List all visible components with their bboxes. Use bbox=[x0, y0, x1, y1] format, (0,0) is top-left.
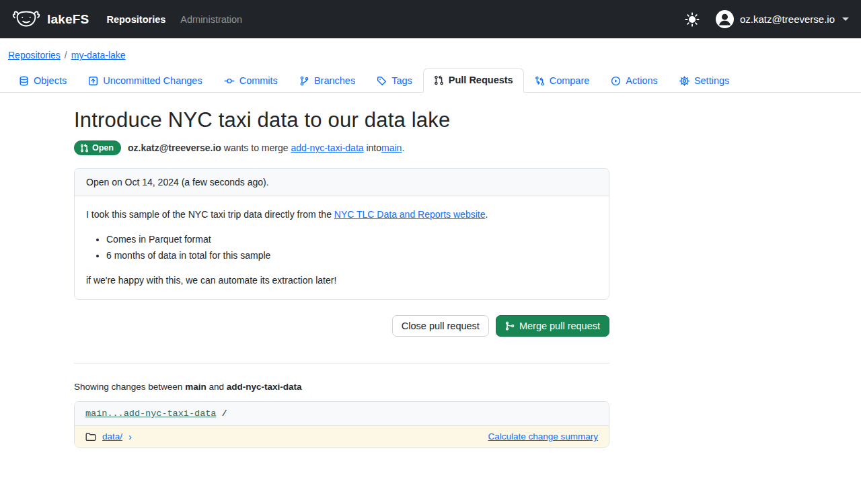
folder-icon bbox=[85, 432, 96, 442]
branch-icon bbox=[299, 76, 309, 86]
pull-request-icon bbox=[80, 144, 89, 153]
changed-entry-row: data/ › Calculate change summary bbox=[75, 426, 609, 447]
user-menu[interactable]: oz.katz@treeverse.io bbox=[716, 10, 849, 28]
description-outro: if we're happy with this, we can automat… bbox=[86, 274, 597, 288]
theme-toggle-sun-icon[interactable] bbox=[683, 11, 701, 28]
nav-repositories[interactable]: Repositories bbox=[106, 14, 165, 25]
section-divider bbox=[74, 363, 609, 364]
nyc-tlc-link[interactable]: NYC TLC Data and Reports website bbox=[334, 209, 486, 220]
user-email: oz.katz@treeverse.io bbox=[740, 13, 835, 25]
pull-request-icon bbox=[434, 75, 444, 85]
merge-icon bbox=[505, 321, 515, 331]
breadcrumb: Repositories/my-data-lake bbox=[8, 50, 861, 60]
tab-objects[interactable]: Objects bbox=[8, 69, 77, 93]
bullet-item: 6 months of data in total for this sampl… bbox=[106, 249, 597, 263]
repository-tab-bar: Objects Uncommitted Changes Commits bbox=[0, 68, 861, 93]
ref-selector-link[interactable]: main...add-nyc-taxi-data bbox=[85, 409, 216, 419]
breadcrumb-separator: / bbox=[65, 50, 67, 60]
path-root: / bbox=[222, 409, 227, 419]
merge-sentence: oz.katz@treeverse.io wants to merge add-… bbox=[128, 142, 404, 153]
axolotl-logo-icon bbox=[12, 8, 40, 31]
pr-action-buttons: Close pull request Merge pull request bbox=[74, 315, 609, 337]
compare-branch-name: add-nyc-taxi-data bbox=[227, 382, 302, 392]
gear-icon bbox=[679, 76, 689, 86]
close-pull-request-button[interactable]: Close pull request bbox=[392, 315, 489, 337]
database-icon bbox=[19, 76, 29, 86]
changes-summary-line: Showing changes between main and add-nyc… bbox=[74, 382, 609, 392]
changed-folder-link[interactable]: data/ bbox=[102, 431, 122, 442]
brand-name: lakeFS bbox=[47, 12, 89, 27]
lakefs-brand[interactable]: lakeFS bbox=[12, 8, 89, 31]
tab-branches[interactable]: Branches bbox=[289, 69, 366, 93]
tab-tags[interactable]: Tags bbox=[366, 69, 423, 93]
tab-compare[interactable]: Compare bbox=[524, 69, 601, 93]
caret-down-icon bbox=[842, 17, 849, 21]
tab-actions[interactable]: Actions bbox=[600, 69, 669, 93]
top-navbar: lakeFS Repositories Administration oz.ka… bbox=[0, 0, 861, 38]
tab-settings[interactable]: Settings bbox=[669, 69, 740, 93]
pr-opened-line: Open on Oct 14, 2024 (a few seconds ago)… bbox=[75, 169, 609, 196]
pr-description-body: I took this sample of the NYC taxi trip … bbox=[75, 196, 609, 299]
status-badge: Open bbox=[74, 140, 121, 155]
tab-pull-requests[interactable]: Pull Requests bbox=[423, 68, 524, 93]
changes-table: main...add-nyc-taxi-data / data/ › Calcu… bbox=[74, 401, 609, 448]
description-intro: I took this sample of the NYC taxi trip … bbox=[86, 208, 597, 222]
tab-commits[interactable]: Commits bbox=[213, 69, 289, 93]
nav-administration[interactable]: Administration bbox=[180, 14, 242, 25]
breadcrumb-repositories-link[interactable]: Repositories bbox=[8, 50, 61, 60]
play-circle-icon bbox=[611, 76, 621, 86]
compare-icon bbox=[535, 76, 545, 86]
pr-description-card: Open on Oct 14, 2024 (a few seconds ago)… bbox=[74, 168, 609, 300]
tab-uncommitted-changes[interactable]: Uncommitted Changes bbox=[77, 69, 213, 93]
target-branch-link[interactable]: main bbox=[381, 142, 402, 153]
bullet-item: Comes in Parquet format bbox=[106, 233, 597, 247]
chevron-right-icon[interactable]: › bbox=[128, 431, 132, 442]
changes-table-header: main...add-nyc-taxi-data / bbox=[75, 402, 609, 426]
commit-icon bbox=[224, 76, 235, 86]
merge-pull-request-button[interactable]: Merge pull request bbox=[496, 315, 609, 337]
description-bullet-list: Comes in Parquet format 6 months of data… bbox=[86, 233, 597, 263]
pull-request-meta: Open oz.katz@treeverse.io wants to merge… bbox=[74, 140, 609, 155]
pr-author: oz.katz@treeverse.io bbox=[128, 142, 221, 153]
pull-request-title: Introduce NYC taxi data to our data lake bbox=[74, 108, 609, 132]
calculate-change-summary-link[interactable]: Calculate change summary bbox=[488, 431, 598, 442]
user-avatar-icon bbox=[716, 10, 734, 28]
base-branch-name: main bbox=[185, 382, 207, 392]
pull-request-page: Introduce NYC taxi data to our data lake… bbox=[74, 108, 609, 448]
breadcrumb-repo-link[interactable]: my-data-lake bbox=[71, 50, 126, 60]
source-branch-link[interactable]: add-nyc-taxi-data bbox=[291, 142, 363, 153]
tag-icon bbox=[377, 76, 387, 86]
upload-box-icon bbox=[88, 76, 98, 86]
